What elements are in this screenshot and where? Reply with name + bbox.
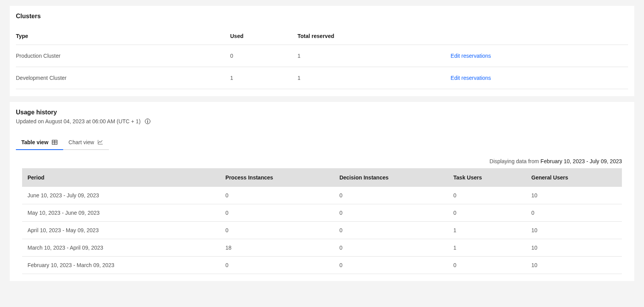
- clusters-header-action: [451, 28, 628, 45]
- usage-decision-instances: 0: [334, 187, 448, 204]
- usage-history-table: Period Process Instances Decision Instan…: [22, 168, 622, 274]
- data-range-value: February 10, 2023 - July 09, 2023: [541, 158, 622, 164]
- tab-chart-view[interactable]: Chart view: [63, 135, 109, 150]
- cluster-type: Production Cluster: [16, 45, 230, 67]
- data-range-label: Displaying data from: [489, 158, 541, 164]
- cluster-total: 1: [298, 67, 451, 89]
- svg-point-1: [147, 120, 148, 121]
- clusters-row: Production Cluster 0 1 Edit reservations: [16, 45, 628, 67]
- usage-header-task-users: Task Users: [448, 168, 526, 187]
- usage-period: May 10, 2023 - June 09, 2023: [22, 204, 220, 222]
- usage-task-users: 1: [448, 239, 526, 257]
- usage-process-instances: 18: [220, 239, 334, 257]
- usage-general-users: 10: [526, 239, 622, 257]
- usage-row: February 10, 2023 - March 09, 2023 0 0 0…: [22, 257, 622, 274]
- usage-general-users: 0: [526, 204, 622, 222]
- clusters-header-used: Used: [230, 28, 298, 45]
- usage-process-instances: 0: [220, 204, 334, 222]
- edit-reservations-link[interactable]: Edit reservations: [451, 75, 491, 81]
- usage-general-users: 10: [526, 257, 622, 274]
- usage-process-instances: 0: [220, 187, 334, 204]
- clusters-header-total: Total reserved: [298, 28, 451, 45]
- usage-process-instances: 0: [220, 222, 334, 239]
- svg-rect-2: [147, 121, 148, 123]
- usage-task-users: 0: [448, 204, 526, 222]
- info-icon[interactable]: [145, 118, 151, 124]
- usage-row: March 10, 2023 - April 09, 2023 18 0 1 1…: [22, 239, 622, 257]
- usage-history-subtitle-row: Updated on August 04, 2023 at 06:00 AM (…: [16, 118, 628, 124]
- usage-decision-instances: 0: [334, 257, 448, 274]
- usage-updated-text: Updated on August 04, 2023 at 06:00 AM (…: [16, 118, 141, 124]
- usage-period: March 10, 2023 - April 09, 2023: [22, 239, 220, 257]
- usage-period: February 10, 2023 - March 09, 2023: [22, 257, 220, 274]
- usage-period: April 10, 2023 - May 09, 2023: [22, 222, 220, 239]
- cluster-total: 1: [298, 45, 451, 67]
- tab-table-view[interactable]: Table view: [16, 135, 63, 150]
- cluster-used: 1: [230, 67, 298, 89]
- usage-row: April 10, 2023 - May 09, 2023 0 0 1 10: [22, 222, 622, 239]
- clusters-row: Development Cluster 1 1 Edit reservation…: [16, 67, 628, 89]
- cluster-used: 0: [230, 45, 298, 67]
- usage-header-general-users: General Users: [526, 168, 622, 187]
- usage-task-users: 0: [448, 187, 526, 204]
- usage-decision-instances: 0: [334, 204, 448, 222]
- clusters-title: Clusters: [16, 13, 628, 20]
- tab-table-view-label: Table view: [21, 139, 48, 145]
- usage-decision-instances: 0: [334, 239, 448, 257]
- usage-general-users: 10: [526, 187, 622, 204]
- clusters-card: Clusters Type Used Total reserved Produc…: [10, 6, 634, 96]
- usage-general-users: 10: [526, 222, 622, 239]
- data-range-row: Displaying data from February 10, 2023 -…: [16, 158, 628, 164]
- usage-header-process-instances: Process Instances: [220, 168, 334, 187]
- usage-row: June 10, 2023 - July 09, 2023 0 0 0 10: [22, 187, 622, 204]
- usage-view-tabs: Table view Chart view: [16, 135, 628, 150]
- tab-chart-view-label: Chart view: [69, 139, 94, 145]
- usage-header-decision-instances: Decision Instances: [334, 168, 448, 187]
- edit-reservations-link[interactable]: Edit reservations: [451, 53, 491, 59]
- usage-task-users: 0: [448, 257, 526, 274]
- chart-icon: [97, 139, 103, 145]
- clusters-table: Type Used Total reserved Production Clus…: [16, 28, 628, 89]
- usage-history-title: Usage history: [16, 109, 628, 116]
- cluster-type: Development Cluster: [16, 67, 230, 89]
- usage-header-period: Period: [22, 168, 220, 187]
- table-icon: [52, 139, 58, 145]
- usage-row: May 10, 2023 - June 09, 2023 0 0 0 0: [22, 204, 622, 222]
- usage-task-users: 1: [448, 222, 526, 239]
- usage-process-instances: 0: [220, 257, 334, 274]
- usage-history-card: Usage history Updated on August 04, 2023…: [10, 102, 634, 281]
- usage-decision-instances: 0: [334, 222, 448, 239]
- clusters-header-type: Type: [16, 28, 230, 45]
- usage-period: June 10, 2023 - July 09, 2023: [22, 187, 220, 204]
